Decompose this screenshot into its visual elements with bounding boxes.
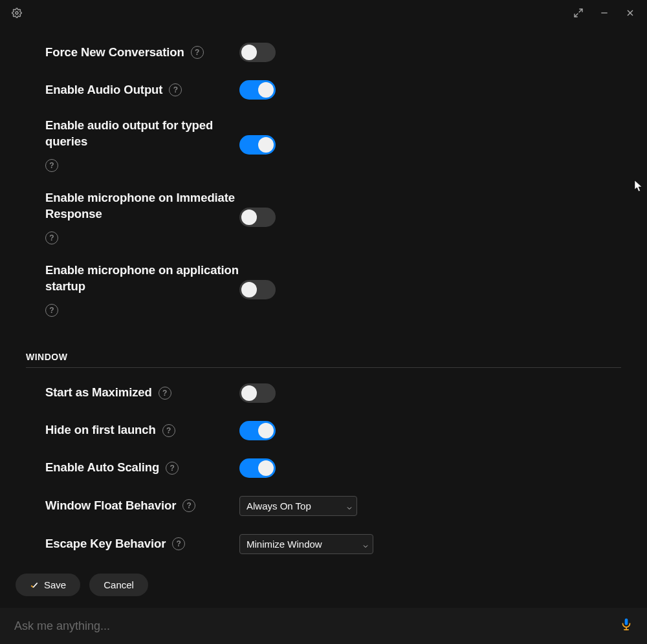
gear-icon[interactable] <box>9 5 25 21</box>
toggle-enable-audio-output[interactable] <box>239 80 276 100</box>
close-icon[interactable] <box>622 5 638 21</box>
toggle-force-new-conversation[interactable] <box>239 43 276 62</box>
setting-row-escape-key-behavior: Escape Key BehaviorMinimize Window <box>45 525 621 562</box>
save-button-label: Save <box>44 579 66 590</box>
section-header-window: WINDOW <box>26 352 621 362</box>
toggle-enable-mic-startup[interactable] <box>239 280 276 299</box>
save-button[interactable]: Save <box>16 574 80 596</box>
cancel-button-label: Cancel <box>104 579 134 590</box>
help-icon[interactable] <box>191 46 204 59</box>
help-icon[interactable] <box>45 159 58 172</box>
setting-label-wrap: Enable microphone on application startup <box>45 263 239 317</box>
setting-row-enable-auto-scaling: Enable Auto Scaling <box>45 449 621 487</box>
svg-rect-4 <box>625 618 628 625</box>
setting-label: Enable audio output for typed queries <box>45 118 239 150</box>
toggle-enable-auto-scaling[interactable] <box>239 458 276 478</box>
help-icon[interactable] <box>162 424 175 437</box>
setting-label-wrap: Enable Audio Output <box>45 82 239 98</box>
setting-label: Enable microphone on Immediate Response <box>45 190 239 222</box>
setting-row-force-new-conversation: Force New Conversation <box>45 34 621 71</box>
setting-label-wrap: Escape Key Behavior <box>45 536 239 552</box>
setting-label-wrap: Start as Maximized <box>45 385 239 401</box>
setting-row-enable-mic-startup: Enable microphone on application startup <box>45 253 621 326</box>
setting-row-start-maximized: Start as Maximized <box>45 374 621 412</box>
toggle-enable-audio-output-typed[interactable] <box>239 135 276 155</box>
svg-point-0 <box>16 12 18 14</box>
select-window-float-behavior[interactable]: Always On Top <box>239 496 357 516</box>
toggle-enable-mic-immediate[interactable] <box>239 208 276 227</box>
help-icon[interactable] <box>166 462 179 475</box>
ask-bar[interactable]: Ask me anything... <box>0 608 647 644</box>
setting-row-hide-on-first-launch: Hide on first launch <box>45 412 621 449</box>
setting-row-enable-mic-immediate: Enable microphone on Immediate Response <box>45 181 621 253</box>
setting-label: Enable microphone on application startup <box>45 263 239 295</box>
select-value: Always On Top <box>239 496 357 516</box>
setting-label-wrap: Force New Conversation <box>45 45 239 61</box>
setting-row-window-float-behavior: Window Float BehaviorAlways On Top <box>45 487 621 525</box>
help-icon[interactable] <box>45 304 58 317</box>
setting-label: Hide on first launch <box>45 422 156 438</box>
content-area: Force New ConversationEnable Audio Outpu… <box>0 27 647 644</box>
toggle-hide-on-first-launch[interactable] <box>239 421 276 440</box>
minimize-icon[interactable] <box>597 5 612 21</box>
help-icon[interactable] <box>169 83 182 96</box>
select-escape-key-behavior[interactable]: Minimize Window <box>239 534 373 554</box>
select-value: Minimize Window <box>239 534 373 554</box>
setting-row-enable-audio-output-typed: Enable audio output for typed queries <box>45 109 621 181</box>
setting-label: Start as Maximized <box>45 385 152 401</box>
setting-label-wrap: Window Float Behavior <box>45 498 239 514</box>
cancel-button[interactable]: Cancel <box>89 574 148 596</box>
expand-icon[interactable] <box>571 5 586 21</box>
setting-label-wrap: Enable audio output for typed queries <box>45 118 239 172</box>
setting-label-wrap: Hide on first launch <box>45 422 239 438</box>
setting-label-wrap: Enable microphone on Immediate Response <box>45 190 239 244</box>
help-icon[interactable] <box>159 387 171 400</box>
setting-label-wrap: Enable Auto Scaling <box>45 460 239 476</box>
settings-scroll[interactable]: Force New ConversationEnable Audio Outpu… <box>0 27 647 562</box>
toggle-start-maximized[interactable] <box>239 383 276 403</box>
titlebar <box>0 0 647 26</box>
help-icon[interactable] <box>45 231 58 244</box>
help-icon[interactable] <box>172 537 185 550</box>
mic-icon[interactable] <box>620 617 633 635</box>
setting-label: Escape Key Behavior <box>45 536 166 552</box>
setting-label: Enable Audio Output <box>45 82 162 98</box>
section-divider <box>26 367 621 368</box>
setting-label: Enable Auto Scaling <box>45 460 159 476</box>
action-bar: Save Cancel <box>0 562 647 608</box>
setting-row-enable-audio-output: Enable Audio Output <box>45 71 621 109</box>
ask-input-placeholder: Ask me anything... <box>14 619 110 633</box>
setting-label: Window Float Behavior <box>45 498 176 514</box>
help-icon[interactable] <box>182 499 195 512</box>
setting-label: Force New Conversation <box>45 45 184 61</box>
